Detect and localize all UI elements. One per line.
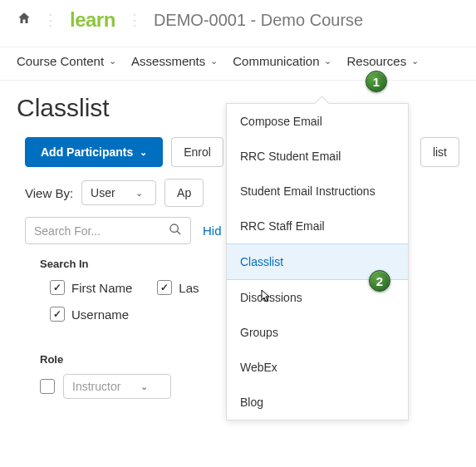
enrol-button[interactable]: Enrol	[171, 137, 223, 167]
dd-compose-email[interactable]: Compose Email	[227, 104, 408, 139]
viewby-label: View By:	[25, 186, 73, 200]
logo: learn	[70, 8, 115, 32]
button-label: Add Participants	[41, 145, 133, 159]
checkbox-icon	[50, 280, 65, 295]
checkbox-icon	[50, 307, 65, 322]
dd-rrc-staff-email[interactable]: RRC Staff Email	[227, 209, 408, 243]
nav-assessments[interactable]: Assessments⌄	[131, 54, 218, 68]
list-button[interactable]: list	[420, 137, 459, 167]
dd-student-email-instructions[interactable]: Student Email Instructions	[227, 174, 408, 209]
nav-label: Course Content	[17, 54, 104, 68]
divider: ⋮	[127, 11, 142, 29]
topbar: ⋮ learn ⋮ DEMO-0001 - Demo Course	[0, 0, 476, 47]
communication-dropdown: Compose Email RRC Student Email Student …	[226, 103, 409, 420]
check-username[interactable]: Username	[50, 307, 129, 322]
chevron-down-icon: ⌄	[140, 147, 147, 158]
annotation-badge-2: 2	[369, 270, 390, 292]
search-placeholder: Search For...	[34, 224, 101, 238]
role-select[interactable]: Instructor⌄	[63, 374, 171, 399]
dd-rrc-student-email[interactable]: RRC Student Email	[227, 139, 408, 174]
nav-label: Resources	[346, 54, 406, 68]
nav-label: Assessments	[131, 54, 205, 68]
chevron-down-icon: ⌄	[210, 56, 218, 66]
chevron-down-icon: ⌄	[109, 56, 116, 66]
check-label: Las	[179, 281, 199, 295]
select-value: Instructor	[72, 380, 120, 393]
search-icon[interactable]	[169, 223, 182, 238]
check-label: Username	[71, 307, 129, 322]
hide-link[interactable]: Hid	[203, 224, 222, 238]
chevron-down-icon: ⌄	[324, 56, 331, 66]
dd-groups[interactable]: Groups	[227, 315, 408, 350]
nav-resources[interactable]: Resources⌄	[346, 54, 419, 68]
svg-point-0	[170, 224, 178, 232]
dd-webex[interactable]: WebEx	[227, 350, 408, 385]
chevron-down-icon: ⌄	[411, 56, 419, 66]
button-label: Enrol	[184, 145, 211, 159]
svg-line-1	[177, 231, 180, 234]
nav-label: Communication	[233, 54, 319, 68]
nav-course-content[interactable]: Course Content⌄	[17, 54, 116, 68]
apply-button[interactable]: Ap	[164, 179, 204, 207]
home-icon[interactable]	[17, 11, 32, 30]
viewby-select[interactable]: User⌄	[81, 180, 156, 205]
check-label: First Name	[71, 281, 132, 295]
course-title: DEMO-0001 - Demo Course	[154, 11, 363, 30]
button-label: Ap	[177, 186, 191, 199]
button-label: list	[433, 145, 447, 159]
search-input[interactable]: Search For...	[25, 217, 191, 244]
check-last-name[interactable]: Las	[157, 280, 199, 295]
navbar: Course Content⌄ Assessments⌄ Communicati…	[0, 47, 476, 81]
add-participants-button[interactable]: Add Participants⌄	[25, 137, 163, 167]
chevron-down-icon: ⌄	[135, 188, 143, 199]
select-value: User	[91, 186, 115, 199]
annotation-badge-1: 1	[366, 71, 387, 92]
role-checkbox[interactable]	[40, 379, 55, 394]
chevron-down-icon: ⌄	[140, 381, 148, 392]
checkbox-icon	[157, 280, 172, 295]
nav-communication[interactable]: Communication⌄	[233, 54, 331, 68]
dd-blog[interactable]: Blog	[227, 385, 408, 420]
check-first-name[interactable]: First Name	[50, 280, 132, 295]
divider: ⋮	[43, 11, 58, 29]
